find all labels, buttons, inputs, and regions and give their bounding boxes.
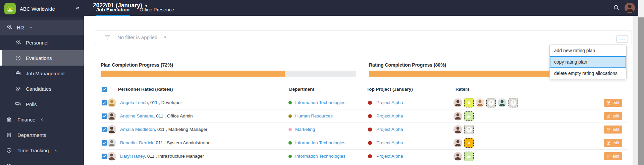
ratee-name-link[interactable]: Antoine Santana bbox=[120, 113, 154, 118]
table-row: Daryl Haney, 011 , Infrastructure Manage… bbox=[101, 150, 627, 163]
sidebar-top-items: FinanceDepartmentsTime Tracking bbox=[0, 112, 84, 158]
row-checkbox[interactable] bbox=[102, 154, 107, 159]
row-checkbox[interactable] bbox=[102, 113, 107, 119]
brand: ABC Worldwide « bbox=[0, 0, 84, 17]
ratee-avatar bbox=[107, 139, 116, 147]
ratee-avatar bbox=[107, 112, 116, 120]
sidebar-section-label: HR bbox=[17, 25, 24, 30]
select-all-checkbox[interactable] bbox=[102, 87, 107, 92]
project-status-dot bbox=[368, 128, 372, 132]
rater-avatar[interactable] bbox=[453, 112, 462, 120]
department-link[interactable]: Information Technologies bbox=[295, 150, 345, 163]
content-gutter bbox=[633, 16, 638, 165]
tab-office-presence[interactable]: Office Presence bbox=[139, 7, 175, 16]
col-header-raters: Raters bbox=[455, 82, 470, 96]
progress-label: Plan Completion Progress (72%) bbox=[101, 62, 173, 68]
progress-fill bbox=[369, 71, 574, 77]
sidebar-item-departments[interactable]: Departments bbox=[0, 127, 84, 143]
col-header-personnel: Personnel Rated (Ratees) bbox=[118, 82, 173, 96]
app-root: ABC Worldwide « HR PersonnelEvaluationsJ… bbox=[0, 0, 644, 165]
ratee-avatar bbox=[107, 152, 116, 161]
department-link[interactable]: Human Resources bbox=[295, 109, 333, 123]
more-options-button[interactable]: ··· bbox=[616, 35, 628, 43]
context-menu: add new rating plancopy rating plandelet… bbox=[549, 45, 627, 79]
chevron-left-icon bbox=[40, 117, 44, 121]
edit-button[interactable]: edit bbox=[604, 152, 622, 160]
rater-avatar[interactable] bbox=[453, 98, 462, 107]
row-checkbox[interactable] bbox=[102, 140, 107, 146]
sidebar-item-job-management[interactable]: Job Management bbox=[0, 66, 84, 81]
progress-label: Rating Completion Progress (80%) bbox=[369, 62, 446, 68]
sidebar-collapse-button[interactable]: « bbox=[76, 5, 79, 11]
rater-avatar[interactable] bbox=[476, 98, 484, 107]
sidebar-item-label: Candidates bbox=[26, 86, 51, 92]
menu-item-delete-empty-rating-allocations[interactable]: delete empty rating allocations bbox=[550, 68, 626, 79]
sidebar-item-time-tracking[interactable]: Time Tracking bbox=[0, 143, 84, 158]
sidebar-item-finance[interactable]: Finance bbox=[0, 112, 84, 127]
sidebar-item-label: Time Tracking bbox=[17, 148, 49, 153]
menu-item-add-new-rating-plan[interactable]: add new rating plan bbox=[550, 45, 626, 56]
ratee-meta: , 011 , Infrastructure Manager bbox=[145, 154, 204, 159]
edit-button[interactable]: edit bbox=[604, 139, 622, 147]
sidebar-item-label: Job Management bbox=[26, 71, 65, 76]
project-link[interactable]: Project Alpha bbox=[376, 136, 403, 150]
progress-fill bbox=[101, 71, 285, 77]
project-link[interactable]: Project Alpha bbox=[376, 150, 403, 163]
sidebar-item-evaluations[interactable]: Evaluations bbox=[0, 50, 84, 66]
ratee-meta: , 011 , System Administrator bbox=[153, 140, 210, 145]
sidebar-item-label: Evaluations bbox=[26, 55, 52, 61]
department-link[interactable]: Information Technologies bbox=[295, 136, 345, 150]
sidebar-section-hr[interactable]: HR bbox=[0, 20, 84, 35]
rating-question[interactable]: ? bbox=[508, 98, 518, 107]
scrollbar-thumb[interactable] bbox=[638, 17, 644, 165]
rater-avatar[interactable] bbox=[453, 139, 462, 147]
rating-star[interactable]: ★ bbox=[464, 98, 474, 107]
menu-item-copy-rating-plan[interactable]: copy rating plan bbox=[550, 56, 626, 68]
department-link[interactable]: Marketing bbox=[295, 123, 315, 136]
user-avatar[interactable] bbox=[625, 3, 635, 13]
rater-avatar[interactable] bbox=[453, 125, 462, 134]
ratee-name-link[interactable]: Benedict Derrick bbox=[120, 140, 153, 145]
project-link[interactable]: Project Alpha bbox=[376, 123, 403, 136]
layers-icon bbox=[6, 132, 12, 138]
project-link[interactable]: Project Alpha bbox=[376, 109, 403, 123]
sidebar-item-personnel[interactable]: Personnel bbox=[0, 35, 84, 50]
chevron-left-icon bbox=[54, 148, 58, 152]
rating-question[interactable]: ? bbox=[464, 125, 474, 134]
table-row: Antoine Santana, 011 , Office AdminHuman… bbox=[101, 109, 627, 123]
edit-button[interactable]: edit bbox=[604, 99, 622, 107]
clock-icon bbox=[6, 147, 12, 153]
rating-thumb[interactable] bbox=[464, 152, 474, 161]
filter-bar[interactable]: No filter is applied ▼ bbox=[95, 30, 632, 44]
brand-name: ABC Worldwide bbox=[20, 6, 55, 12]
edit-button[interactable]: edit bbox=[604, 112, 622, 120]
ratee-name-link[interactable]: Angela Leech bbox=[120, 100, 148, 105]
row-checkbox[interactable] bbox=[102, 100, 107, 105]
rater-avatar[interactable] bbox=[453, 152, 462, 161]
sidebar-item-candidates[interactable]: Candidates bbox=[0, 81, 84, 96]
ratee-name-link[interactable]: Amalia Middleton bbox=[120, 127, 155, 132]
search-icon[interactable] bbox=[613, 4, 620, 12]
filter-funnel-icon bbox=[104, 34, 111, 40]
project-link[interactable]: Project Alpha bbox=[376, 96, 403, 109]
rating-question[interactable]: ? bbox=[486, 98, 496, 107]
sidebar-item-polls[interactable]: Polls bbox=[0, 96, 84, 112]
sidebar-item-label: Departments bbox=[17, 132, 46, 138]
edit-button[interactable]: edit bbox=[604, 126, 622, 134]
ratee-name-link[interactable]: Daryl Haney bbox=[120, 154, 145, 159]
raters-cell bbox=[453, 150, 474, 163]
row-checkbox[interactable] bbox=[102, 127, 107, 132]
department-status-dot bbox=[288, 128, 292, 131]
rater-avatar[interactable] bbox=[498, 98, 506, 107]
top-header: 2022/01 (January) ▼ Job ExecutionOffice … bbox=[84, 0, 638, 16]
raters-cell: ★?? bbox=[453, 96, 518, 109]
ratee-avatar bbox=[107, 125, 116, 134]
chat-icon bbox=[15, 101, 21, 107]
department-link[interactable]: Information Technologies bbox=[295, 96, 345, 109]
scrollbar[interactable] bbox=[638, 0, 644, 165]
people-icon bbox=[15, 39, 21, 46]
rating-meh[interactable] bbox=[464, 138, 474, 148]
tab-job-execution[interactable]: Job Execution bbox=[96, 7, 130, 16]
rating-thumb[interactable] bbox=[464, 111, 474, 121]
chevron-down-icon bbox=[29, 25, 33, 29]
